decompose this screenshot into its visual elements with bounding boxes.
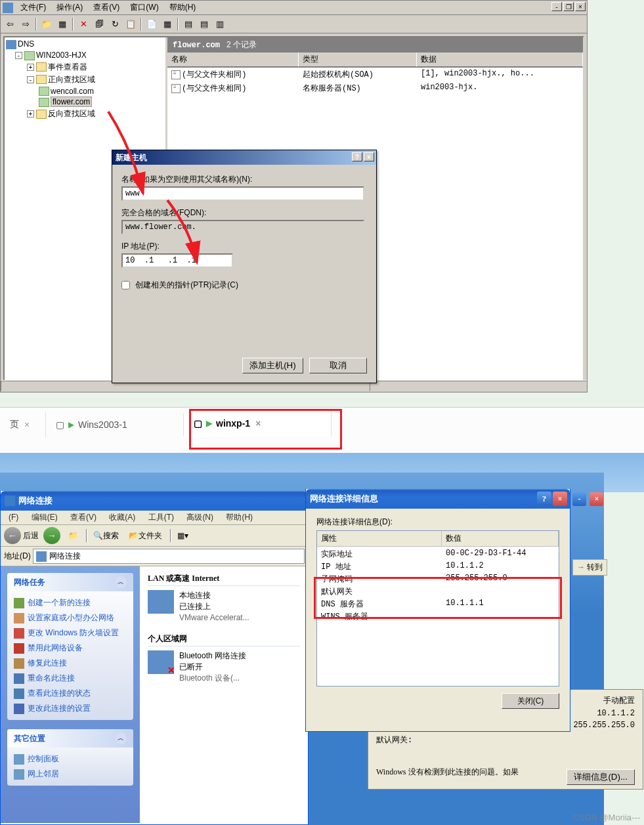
- task-link[interactable]: 创建一个新的连接: [14, 595, 127, 610]
- col-property[interactable]: 属性: [317, 531, 442, 546]
- tree-zone-selected[interactable]: flower.com: [51, 96, 92, 107]
- refresh-icon[interactable]: ↻: [108, 17, 122, 32]
- views-button[interactable]: ▦▾: [173, 529, 192, 542]
- place-link[interactable]: 网上邻居: [14, 767, 127, 782]
- menu-item[interactable]: 收藏(A): [104, 511, 140, 523]
- vm-tab-home[interactable]: 页×: [0, 412, 46, 437]
- tree-node[interactable]: 事件查看器: [48, 62, 87, 72]
- tree-node[interactable]: 反向查找区域: [48, 109, 95, 118]
- forward-icon[interactable]: ⇨: [18, 17, 33, 32]
- window-icon: [5, 496, 15, 506]
- collapse-icon[interactable]: -: [15, 52, 22, 59]
- minimize-button[interactable]: -: [551, 2, 562, 11]
- detail-row: WINS 服务器: [317, 610, 559, 623]
- menu-item[interactable]: 工具(T): [143, 511, 179, 523]
- search-button[interactable]: 🔍 搜索: [89, 528, 123, 543]
- collapse-icon[interactable]: ︿: [115, 576, 127, 588]
- export-icon[interactable]: 📋: [123, 17, 138, 32]
- close-button[interactable]: ×: [590, 492, 603, 506]
- toolbar: ←后退 → 📁 🔍 搜索 📂 文件夹 ▦▾: [1, 525, 308, 547]
- tree-zone[interactable]: wencoll.com: [51, 87, 94, 96]
- network-connections-window: 网络连接 (F) 编辑(E) 查看(V) 收藏(A) 工具(T) 高级(N) 帮…: [0, 491, 309, 825]
- place-link[interactable]: 控制面板: [14, 751, 127, 767]
- help-button[interactable]: ?: [537, 492, 551, 506]
- menu-view[interactable]: 查看(V): [88, 1, 125, 14]
- back-button[interactable]: ←: [4, 527, 21, 544]
- task-link[interactable]: 更改 Windows 防火墙设置: [14, 625, 127, 641]
- fqdn-label: 完全合格的域名(FQDN):: [121, 207, 367, 219]
- close-icon[interactable]: ×: [24, 419, 30, 430]
- col-value[interactable]: 数值: [442, 531, 559, 546]
- name-input[interactable]: [121, 186, 364, 201]
- back-icon[interactable]: ⇦: [3, 17, 17, 32]
- close-icon[interactable]: ×: [255, 418, 261, 429]
- menu-window[interactable]: 窗口(W): [125, 1, 163, 14]
- add-host-button[interactable]: 添加主机(H): [242, 358, 303, 373]
- menu-item[interactable]: 帮助(H): [221, 511, 258, 523]
- ip-input[interactable]: [121, 253, 233, 268]
- tool-icon[interactable]: 📄: [144, 17, 159, 32]
- tree-node[interactable]: 正向查找区域: [48, 75, 95, 84]
- menu-item[interactable]: (F): [3, 511, 24, 523]
- vm-tab-winxp[interactable]: ▢▶winxp-1×: [184, 412, 332, 437]
- detail-row: DNS 服务器10.1.1.1: [317, 598, 559, 610]
- ptr-checkbox[interactable]: [121, 281, 130, 289]
- expand-icon[interactable]: +: [27, 64, 34, 71]
- close-details-button[interactable]: 关闭(C): [502, 693, 559, 709]
- task-link[interactable]: 禁用此网络设备: [14, 641, 127, 656]
- menu-action[interactable]: 操作(A): [51, 1, 88, 14]
- collapse-icon[interactable]: ︿: [115, 732, 127, 744]
- close-button[interactable]: ×: [364, 152, 374, 161]
- expand-icon[interactable]: +: [27, 110, 34, 117]
- tool-icon[interactable]: ▤: [181, 17, 196, 32]
- tree-root[interactable]: DNS: [18, 39, 34, 49]
- collapse-icon[interactable]: -: [27, 76, 34, 83]
- up-button[interactable]: 📁: [64, 529, 82, 542]
- forward-button[interactable]: →: [43, 527, 60, 544]
- menu-help[interactable]: 帮助(H): [164, 1, 202, 14]
- details-label: 网络连接详细信息(D):: [316, 517, 559, 528]
- dns-icon: [6, 40, 16, 49]
- goto-button[interactable]: → 转到: [572, 559, 607, 576]
- vm-tab-wins2003[interactable]: ▢▶Wins2003-1: [46, 413, 184, 436]
- tool-icon[interactable]: ▥: [213, 17, 227, 32]
- folders-button[interactable]: 📂 文件夹: [125, 528, 166, 543]
- connection-item[interactable]: 本地连接 已连接上 VMware Accelerat...: [148, 590, 300, 623]
- cancel-button[interactable]: 取消: [309, 358, 367, 373]
- task-link[interactable]: 修复此连接: [14, 656, 127, 671]
- help-button[interactable]: ?: [352, 152, 362, 161]
- list-row[interactable]: (与父文件夹相同) 名称服务器(NS) win2003-hjx.: [167, 81, 583, 95]
- tree-server[interactable]: WIN2003-HJX: [36, 51, 87, 60]
- col-type[interactable]: 类型: [299, 53, 417, 67]
- tool-icon[interactable]: ▦: [160, 17, 175, 32]
- group-header: 个人区域网: [148, 632, 300, 646]
- col-data[interactable]: 数据: [417, 53, 583, 67]
- connection-item[interactable]: Bluetooth 网络连接 已断开 Bluetooth 设备(...: [148, 650, 300, 683]
- details-button[interactable]: 详细信息(D)...: [567, 769, 635, 785]
- tool-icon[interactable]: ▤: [197, 17, 211, 32]
- connection-icon: [148, 590, 174, 614]
- minimize-button[interactable]: -: [572, 492, 586, 506]
- watermark: CSDN @Moriia---: [573, 813, 640, 822]
- address-input[interactable]: 网络连接: [33, 549, 305, 564]
- properties-icon[interactable]: 🗐: [92, 17, 106, 32]
- up-icon[interactable]: 📁: [39, 17, 54, 32]
- task-link[interactable]: 重命名此连接: [14, 671, 127, 686]
- record-icon: [171, 70, 181, 79]
- other-places-box: 其它位置︿ 控制面板 网上邻居: [7, 729, 133, 786]
- menubar: (F) 编辑(E) 查看(V) 收藏(A) 工具(T) 高级(N) 帮助(H): [1, 511, 308, 525]
- show-hide-icon[interactable]: ▦: [55, 17, 70, 32]
- close-button[interactable]: ×: [575, 2, 586, 11]
- restore-button[interactable]: ❐: [563, 2, 574, 11]
- list-row[interactable]: (与父文件夹相同) 起始授权机构(SOA) [1], win2003-hjx.,…: [167, 68, 583, 81]
- menu-file[interactable]: 文件(F): [15, 1, 51, 14]
- delete-icon[interactable]: ✕: [76, 17, 91, 32]
- menu-item[interactable]: 高级(N): [181, 511, 219, 523]
- task-link[interactable]: 查看此连接的状态: [14, 686, 127, 701]
- close-button[interactable]: ×: [553, 492, 567, 506]
- task-link[interactable]: 更改此连接的设置: [14, 701, 127, 716]
- menu-item[interactable]: 编辑(E): [26, 511, 63, 523]
- col-name[interactable]: 名称: [167, 53, 299, 67]
- menu-item[interactable]: 查看(V): [65, 511, 102, 523]
- task-link[interactable]: 设置家庭或小型办公网络: [14, 610, 127, 625]
